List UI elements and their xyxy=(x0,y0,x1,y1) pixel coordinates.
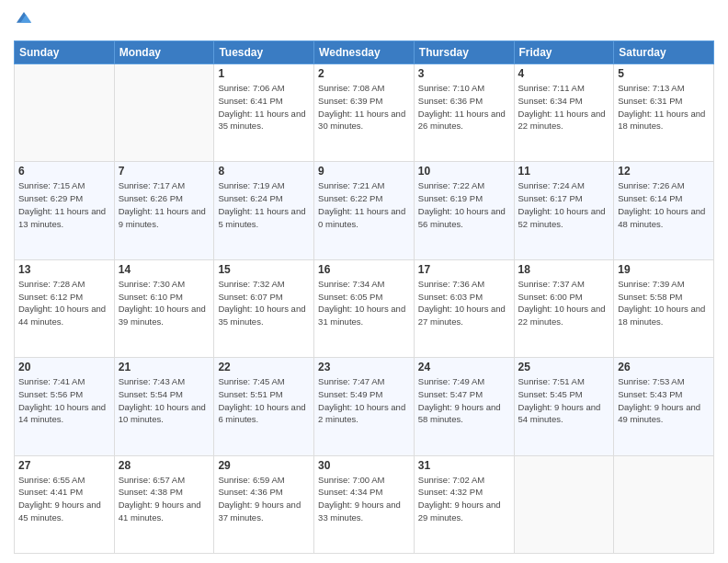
day-number: 26 xyxy=(618,361,710,373)
day-number: 21 xyxy=(119,361,210,373)
week-row-4: 20Sunrise: 7:41 AM Sunset: 5:56 PM Dayli… xyxy=(15,358,714,455)
day-number: 17 xyxy=(418,263,510,276)
day-number: 11 xyxy=(518,165,610,178)
day-info: Sunrise: 7:19 AM Sunset: 6:24 PM Dayligh… xyxy=(218,179,310,230)
calendar-cell: 28Sunrise: 6:57 AM Sunset: 4:38 PM Dayli… xyxy=(114,455,214,553)
calendar-cell: 2Sunrise: 7:08 AM Sunset: 6:39 PM Daylig… xyxy=(314,64,415,162)
calendar-cell: 16Sunrise: 7:34 AM Sunset: 6:05 PM Dayli… xyxy=(314,259,415,357)
day-info: Sunrise: 7:34 AM Sunset: 6:05 PM Dayligh… xyxy=(318,278,410,328)
calendar-cell: 13Sunrise: 7:28 AM Sunset: 6:12 PM Dayli… xyxy=(15,259,115,357)
calendar-cell: 10Sunrise: 7:22 AM Sunset: 6:19 PM Dayli… xyxy=(414,162,514,259)
day-header-tuesday: Tuesday xyxy=(214,41,314,64)
day-header-saturday: Saturday xyxy=(614,41,714,64)
calendar-cell: 27Sunrise: 6:55 AM Sunset: 4:41 PM Dayli… xyxy=(15,455,115,553)
day-info: Sunrise: 7:17 AM Sunset: 6:26 PM Dayligh… xyxy=(119,179,210,230)
day-info: Sunrise: 7:08 AM Sunset: 6:39 PM Dayligh… xyxy=(318,82,410,132)
week-row-2: 6Sunrise: 7:15 AM Sunset: 6:29 PM Daylig… xyxy=(15,162,714,259)
day-number: 24 xyxy=(418,361,510,373)
logo-icon xyxy=(14,9,34,29)
day-number: 13 xyxy=(18,263,110,276)
day-info: Sunrise: 7:11 AM Sunset: 6:34 PM Dayligh… xyxy=(518,82,610,132)
calendar-cell: 7Sunrise: 7:17 AM Sunset: 6:26 PM Daylig… xyxy=(114,162,214,259)
week-row-3: 13Sunrise: 7:28 AM Sunset: 6:12 PM Dayli… xyxy=(15,259,714,357)
day-number: 2 xyxy=(318,67,410,80)
day-number: 6 xyxy=(18,165,110,178)
header xyxy=(14,9,714,33)
day-number: 25 xyxy=(518,361,610,373)
day-number: 1 xyxy=(218,67,310,80)
calendar-cell: 11Sunrise: 7:24 AM Sunset: 6:17 PM Dayli… xyxy=(514,162,614,259)
day-number: 19 xyxy=(618,263,710,276)
calendar-cell: 4Sunrise: 7:11 AM Sunset: 6:34 PM Daylig… xyxy=(514,64,614,162)
day-number: 3 xyxy=(418,67,510,80)
calendar-table: SundayMondayTuesdayWednesdayThursdayFrid… xyxy=(14,40,714,554)
calendar-cell: 22Sunrise: 7:45 AM Sunset: 5:51 PM Dayli… xyxy=(214,358,314,455)
day-info: Sunrise: 7:47 AM Sunset: 5:49 PM Dayligh… xyxy=(318,375,410,426)
calendar-cell: 8Sunrise: 7:19 AM Sunset: 6:24 PM Daylig… xyxy=(214,162,314,259)
day-number: 9 xyxy=(318,165,410,178)
calendar-header-row: SundayMondayTuesdayWednesdayThursdayFrid… xyxy=(15,41,714,64)
day-info: Sunrise: 7:36 AM Sunset: 6:03 PM Dayligh… xyxy=(418,278,510,328)
day-info: Sunrise: 7:45 AM Sunset: 5:51 PM Dayligh… xyxy=(218,375,310,426)
day-info: Sunrise: 7:49 AM Sunset: 5:47 PM Dayligh… xyxy=(418,375,510,426)
calendar-cell: 19Sunrise: 7:39 AM Sunset: 5:58 PM Dayli… xyxy=(614,259,714,357)
calendar-cell xyxy=(15,64,115,162)
day-number: 22 xyxy=(218,361,310,373)
day-info: Sunrise: 7:53 AM Sunset: 5:43 PM Dayligh… xyxy=(618,375,710,426)
calendar-cell: 3Sunrise: 7:10 AM Sunset: 6:36 PM Daylig… xyxy=(414,64,514,162)
calendar-cell: 5Sunrise: 7:13 AM Sunset: 6:31 PM Daylig… xyxy=(614,64,714,162)
day-number: 28 xyxy=(119,459,210,472)
calendar-cell: 14Sunrise: 7:30 AM Sunset: 6:10 PM Dayli… xyxy=(114,259,214,357)
calendar-cell xyxy=(614,455,714,553)
day-info: Sunrise: 7:28 AM Sunset: 6:12 PM Dayligh… xyxy=(18,278,110,328)
day-number: 30 xyxy=(318,459,410,472)
day-info: Sunrise: 7:26 AM Sunset: 6:14 PM Dayligh… xyxy=(618,179,710,230)
day-info: Sunrise: 7:21 AM Sunset: 6:22 PM Dayligh… xyxy=(318,179,410,230)
day-info: Sunrise: 7:06 AM Sunset: 6:41 PM Dayligh… xyxy=(218,82,310,132)
day-number: 7 xyxy=(119,165,210,178)
calendar-cell: 20Sunrise: 7:41 AM Sunset: 5:56 PM Dayli… xyxy=(15,358,115,455)
day-number: 29 xyxy=(218,459,310,472)
day-info: Sunrise: 7:15 AM Sunset: 6:29 PM Dayligh… xyxy=(18,179,110,230)
page: SundayMondayTuesdayWednesdayThursdayFrid… xyxy=(0,0,728,563)
calendar-cell xyxy=(114,64,214,162)
calendar-cell: 23Sunrise: 7:47 AM Sunset: 5:49 PM Dayli… xyxy=(314,358,415,455)
day-number: 10 xyxy=(418,165,510,178)
week-row-5: 27Sunrise: 6:55 AM Sunset: 4:41 PM Dayli… xyxy=(15,455,714,553)
day-info: Sunrise: 7:24 AM Sunset: 6:17 PM Dayligh… xyxy=(518,179,610,230)
day-number: 5 xyxy=(618,67,710,80)
day-header-monday: Monday xyxy=(114,41,214,64)
calendar-cell: 12Sunrise: 7:26 AM Sunset: 6:14 PM Dayli… xyxy=(614,162,714,259)
logo xyxy=(14,9,36,33)
day-info: Sunrise: 7:22 AM Sunset: 6:19 PM Dayligh… xyxy=(418,179,510,230)
day-number: 18 xyxy=(518,263,610,276)
day-number: 4 xyxy=(518,67,610,80)
day-number: 12 xyxy=(618,165,710,178)
day-info: Sunrise: 7:30 AM Sunset: 6:10 PM Dayligh… xyxy=(119,278,210,328)
calendar-cell xyxy=(514,455,614,553)
day-number: 15 xyxy=(218,263,310,276)
day-info: Sunrise: 7:00 AM Sunset: 4:34 PM Dayligh… xyxy=(318,474,410,524)
day-number: 23 xyxy=(318,361,410,373)
calendar-cell: 18Sunrise: 7:37 AM Sunset: 6:00 PM Dayli… xyxy=(514,259,614,357)
day-info: Sunrise: 7:37 AM Sunset: 6:00 PM Dayligh… xyxy=(518,278,610,328)
day-info: Sunrise: 7:32 AM Sunset: 6:07 PM Dayligh… xyxy=(218,278,310,328)
calendar-cell: 25Sunrise: 7:51 AM Sunset: 5:45 PM Dayli… xyxy=(514,358,614,455)
calendar-cell: 29Sunrise: 6:59 AM Sunset: 4:36 PM Dayli… xyxy=(214,455,314,553)
calendar-cell: 31Sunrise: 7:02 AM Sunset: 4:32 PM Dayli… xyxy=(414,455,514,553)
calendar-cell: 17Sunrise: 7:36 AM Sunset: 6:03 PM Dayli… xyxy=(414,259,514,357)
calendar-cell: 30Sunrise: 7:00 AM Sunset: 4:34 PM Dayli… xyxy=(314,455,415,553)
day-number: 8 xyxy=(218,165,310,178)
calendar-cell: 26Sunrise: 7:53 AM Sunset: 5:43 PM Dayli… xyxy=(614,358,714,455)
day-header-thursday: Thursday xyxy=(414,41,514,64)
calendar-cell: 1Sunrise: 7:06 AM Sunset: 6:41 PM Daylig… xyxy=(214,64,314,162)
day-info: Sunrise: 6:57 AM Sunset: 4:38 PM Dayligh… xyxy=(119,474,210,524)
day-info: Sunrise: 7:02 AM Sunset: 4:32 PM Dayligh… xyxy=(418,474,510,524)
day-number: 14 xyxy=(119,263,210,276)
calendar-cell: 9Sunrise: 7:21 AM Sunset: 6:22 PM Daylig… xyxy=(314,162,415,259)
day-info: Sunrise: 7:13 AM Sunset: 6:31 PM Dayligh… xyxy=(618,82,710,132)
day-header-friday: Friday xyxy=(514,41,614,64)
day-header-sunday: Sunday xyxy=(15,41,115,64)
week-row-1: 1Sunrise: 7:06 AM Sunset: 6:41 PM Daylig… xyxy=(15,64,714,162)
day-number: 20 xyxy=(18,361,110,373)
